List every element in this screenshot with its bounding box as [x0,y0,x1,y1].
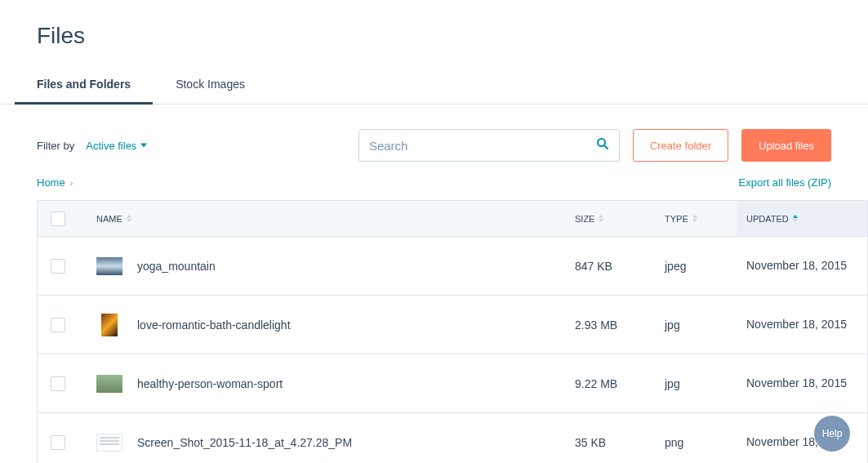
column-type-label: TYPE [665,214,688,224]
sort-icon [793,215,798,222]
search-box[interactable] [358,129,620,162]
select-all-checkbox[interactable] [51,211,65,226]
column-name-label: NAME [96,214,122,224]
file-size: 9.22 MB [565,377,655,390]
row-check-cell [38,259,78,274]
row-name-cell: healthy-person-woman-sport [78,375,565,393]
thumbnail-icon [101,314,118,336]
svg-line-1 [604,145,608,149]
tab-stock-images[interactable]: Stock Images [176,78,245,104]
row-name-cell: love-romantic-bath-candlelight [78,314,565,336]
table-row[interactable]: healthy-person-woman-sport 9.22 MB jpg N… [38,354,867,413]
column-type[interactable]: TYPE [655,214,737,224]
breadcrumb-home[interactable]: Home [37,176,65,189]
row-checkbox[interactable] [51,318,65,332]
column-updated[interactable]: UPDATED [737,201,867,236]
breadcrumb: Home › [37,176,73,189]
column-name[interactable]: NAME [78,214,565,224]
file-size: 847 KB [565,260,655,273]
filter-label: Filter by [37,140,74,152]
file-updated: November 18, 2015 [737,376,867,391]
file-name: love-romantic-bath-candlelight [137,318,291,332]
files-table: NAME SIZE TYPE UPDATED yoga_mountain [37,200,868,463]
create-folder-button[interactable]: Create folder [633,129,728,162]
row-check-cell [38,376,78,391]
table-row[interactable]: yoga_mountain 847 KB jpeg November 18, 2… [38,237,867,296]
row-checkbox[interactable] [51,259,65,274]
upload-files-button[interactable]: Upload files [741,129,831,162]
chevron-right-icon: › [70,178,73,188]
file-type: jpg [655,318,737,332]
table-row[interactable]: love-romantic-bath-candlelight 2.93 MB j… [38,296,867,354]
file-name: Screen_Shot_2015-11-18_at_4.27.28_PM [137,436,352,449]
thumbnail-icon [96,257,122,275]
help-button[interactable]: Help [814,416,850,452]
file-name: yoga_mountain [137,260,216,273]
row-name-cell: yoga_mountain [78,257,565,275]
file-updated: November 18, 2015 [737,258,867,274]
row-name-cell: Screen_Shot_2015-11-18_at_4.27.28_PM [78,434,565,452]
column-size[interactable]: SIZE [565,214,655,224]
tab-files-and-folders[interactable]: Files and Folders [37,78,131,104]
search-input[interactable] [369,139,596,153]
column-size-label: SIZE [575,214,594,224]
column-updated-label: UPDATED [746,214,789,224]
thumbnail-icon [96,434,122,452]
filter-by: Filter by Active files [37,140,147,152]
sort-icon [127,215,131,222]
table-row[interactable]: Screen_Shot_2015-11-18_at_4.27.28_PM 35 … [38,413,867,463]
sort-icon [599,215,603,222]
row-check-cell [38,318,78,332]
tabs: Files and Folders Stock Images [0,78,868,105]
row-check-cell [38,435,78,450]
file-name: healthy-person-woman-sport [137,377,283,390]
file-size: 35 KB [565,436,655,449]
sort-icon [692,215,697,222]
thumbnail-icon [96,375,122,393]
filter-value: Active files [86,140,136,152]
chevron-down-icon [140,142,147,149]
row-checkbox[interactable] [51,376,65,391]
search-icon [596,137,609,154]
row-checkbox[interactable] [51,435,65,450]
export-all-link[interactable]: Export all files (ZIP) [739,176,831,189]
file-type: jpeg [655,260,737,273]
file-size: 2.93 MB [565,318,655,332]
page-title: Files [37,23,831,49]
file-updated: November 18, 2015 [737,317,867,332]
filter-select[interactable]: Active files [86,140,147,152]
select-all-header [38,211,78,226]
file-type: jpg [655,377,737,390]
file-type: png [655,436,737,449]
